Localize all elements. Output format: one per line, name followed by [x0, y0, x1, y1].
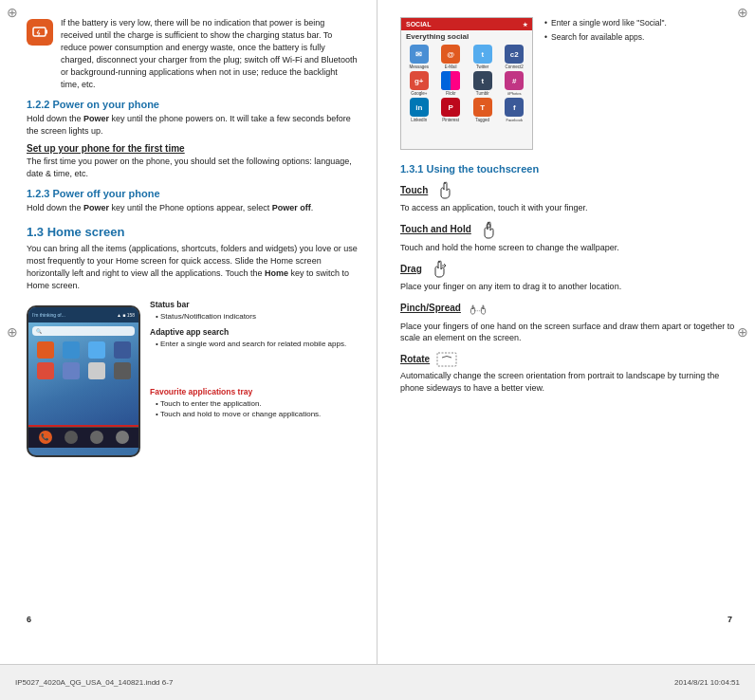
rotate-body: Automatically change the screen orientat…	[400, 370, 736, 394]
tumblr-icon: t	[473, 71, 492, 90]
social-app-flickr: Flickr	[436, 71, 467, 96]
section-1-2-2-title: 1.2.2 Power on your phone	[27, 99, 358, 110]
right-page: ⊕ ⊕ SOCIAL ★ Everything social ✉ Message…	[378, 0, 755, 664]
setup-body: The first time you power on the phone, y…	[27, 156, 358, 180]
touch-body: To access an application, touch it with …	[400, 202, 736, 214]
social-app-linkedin: in LinkedIn	[404, 98, 434, 122]
social-app-pinterest: P Pinterest	[436, 98, 467, 122]
phone-bottom-tray: 📞	[28, 427, 138, 448]
screenshot-labels: Enter a single word like "Social". Searc…	[544, 17, 667, 46]
rotate-gesture: Rotate Automatically change the screen o…	[400, 350, 736, 394]
section-1-2-3-title: 1.2.3 Power off your phone	[27, 188, 358, 199]
pinch-hand-icon	[468, 299, 488, 320]
social-header: SOCIAL ★	[401, 18, 532, 30]
touch-gesture: Touch To access an application, touch it…	[400, 180, 736, 214]
social-app-instagram: # #Photos	[500, 71, 530, 96]
adaptive-search-label-group: Adaptive app search • Enter a single wor…	[150, 327, 358, 349]
footer: IP5027_4020A_QG_USA_04_140821.indd 6-7 2…	[0, 664, 755, 700]
drag-hand-icon	[429, 259, 450, 280]
section-1-2-2: 1.2.2 Power on your phone Hold down the …	[27, 99, 358, 138]
connect2-icon: c2	[505, 45, 524, 64]
section-1-3-title: 1.3 Home screen	[27, 225, 358, 239]
pinch-gesture: Pinch/Spread Place your fingers of one h…	[400, 299, 736, 344]
screenshot-bullet2: Search for available apps.	[544, 31, 667, 44]
page-number-left: 6	[27, 615, 31, 624]
facebook-icon: f	[505, 98, 524, 117]
search-bullet1: • Enter a single word and search for rel…	[150, 339, 358, 349]
rotate-title: Rotate	[400, 354, 430, 364]
social-app-grid: ✉ Messages @ E-Mail t Twitter c2 Connect…	[401, 43, 532, 124]
social-app-googleplus: g+ Google+	[404, 71, 434, 96]
phone-diagram-area: I'm thinking of... ▲ ■ 158 🔍	[27, 300, 358, 457]
fav-tray-label: Favourite applications tray	[150, 387, 358, 398]
fav-tray-label-group: Favourite applications tray • Touch to e…	[150, 387, 358, 419]
pinch-title: Pinch/Spread	[400, 303, 461, 313]
page-spread: ⊕ ⊕ If the battery is very low, there wi…	[0, 0, 755, 664]
screenshot-bullet1: Enter a single word like "Social".	[544, 17, 667, 29]
touch-title: Touch	[400, 185, 428, 195]
battery-text: If the battery is very low, there will b…	[61, 17, 358, 91]
status-bar-label: Status bar	[150, 300, 358, 311]
phone-screen: 🔍	[28, 322, 138, 427]
social-app-tumblr: t Tumblr	[468, 71, 498, 96]
pinch-body: Place your fingers of one hand on the sc…	[400, 321, 736, 344]
left-page: ⊕ ⊕ If the battery is very low, there wi…	[0, 0, 378, 664]
crosshair-tr: ⊕	[736, 6, 749, 19]
googleplus-icon: g+	[410, 71, 429, 90]
svg-rect-1	[46, 30, 47, 34]
battery-icon	[27, 19, 53, 46]
status-bar-label-group: Status bar • Status/Notification indicat…	[150, 300, 358, 322]
messages-icon: ✉	[410, 45, 429, 64]
touch-hold-title: Touch and Hold	[400, 224, 471, 234]
social-screenshot: SOCIAL ★ Everything social ✉ Messages @ …	[400, 17, 533, 150]
fav-bullet1: • Touch to enter the application.	[150, 398, 358, 409]
twitter-icon: t	[473, 45, 492, 64]
section-1-2-3: 1.2.3 Power off your phone Hold down the…	[27, 188, 358, 214]
social-subtitle: Everything social	[401, 30, 532, 43]
crosshair-mid-right: ⊕	[736, 325, 749, 339]
phone-diagram-labels: Status bar • Status/Notification indicat…	[150, 300, 358, 419]
touch-hold-body: Touch and hold the home screen to change…	[400, 242, 736, 254]
section-1-3-body: You can bring all the items (application…	[27, 243, 358, 292]
social-app-twitter: t Twitter	[468, 45, 498, 69]
status-notif-label: • Status/Notification indicators	[150, 311, 358, 322]
pinterest-icon: P	[441, 98, 460, 117]
social-app-facebook: f Facebook	[500, 98, 530, 122]
section-1-2-2-body: Hold down the Power key until the phone …	[27, 113, 358, 138]
adaptive-search-label: Adaptive app search	[150, 327, 358, 339]
crosshair-tl: ⊕	[6, 6, 19, 19]
drag-gesture: Drag Place your finger on any item to dr…	[400, 259, 736, 293]
linkedin-icon: in	[410, 98, 429, 117]
email-icon: @	[441, 45, 460, 64]
footer-file: IP5027_4020A_QG_USA_04_140821.indd 6-7	[15, 678, 173, 687]
social-app-email: @ E-Mail	[436, 45, 467, 69]
instagram-icon: #	[505, 71, 524, 90]
footer-date: 2014/8/21 10:04:51	[674, 678, 740, 687]
rotate-icon	[434, 350, 459, 369]
phone-diagram: I'm thinking of... ▲ ■ 158 🔍	[27, 305, 140, 457]
social-app-messages: ✉ Messages	[404, 45, 434, 69]
svg-rect-3	[437, 353, 456, 366]
section-1-3: 1.3 Home screen You can bring all the it…	[27, 225, 358, 292]
phone-status-bar: I'm thinking of... ▲ ■ 158	[28, 307, 138, 322]
social-app-tagged: T Tagged	[468, 98, 498, 122]
screenshot-area: SOCIAL ★ Everything social ✉ Messages @ …	[400, 17, 736, 156]
touch-hold-gesture: Touch and Hold Touch and hold the home s…	[400, 220, 736, 254]
fav-bullet2: • Touch and hold to move or change appli…	[150, 409, 358, 419]
page-number-right: 7	[727, 615, 732, 624]
section-1-2-3-body: Hold down the Power key until the Phone …	[27, 202, 358, 214]
social-app-connect2: c2 Connect2	[500, 45, 530, 69]
crosshair-mid-left: ⊕	[6, 325, 19, 339]
section-1-3-1-title: 1.3.1 Using the touchscreen	[400, 163, 736, 175]
tagged-icon: T	[473, 98, 492, 117]
phone-diagram-wrapper: I'm thinking of... ▲ ■ 158 🔍	[27, 300, 140, 457]
touch-hold-hand-icon	[478, 220, 499, 241]
drag-body: Place your finger on any item to drag it…	[400, 281, 736, 293]
battery-section: If the battery is very low, there will b…	[27, 17, 358, 91]
drag-title: Drag	[400, 264, 422, 274]
flickr-icon	[441, 71, 460, 90]
setup-label: Set up your phone for the first time	[27, 143, 358, 154]
touch-hand-icon	[434, 180, 455, 201]
